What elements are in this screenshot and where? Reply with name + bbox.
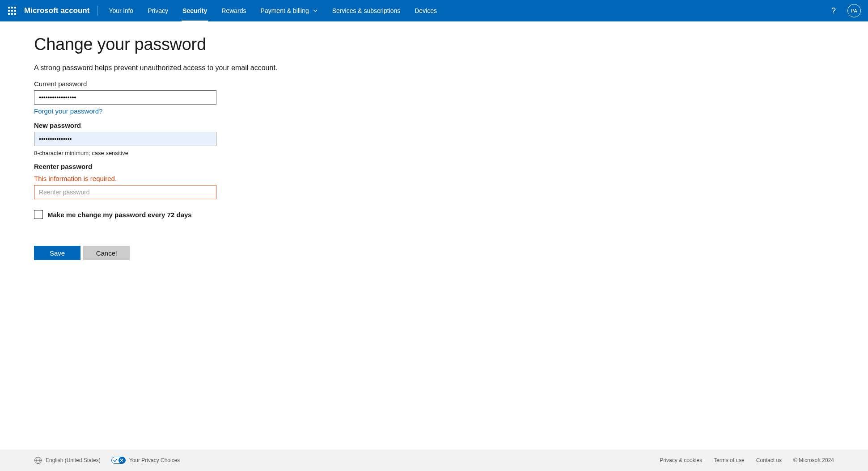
reenter-password-error: This information is required. — [34, 175, 626, 182]
button-row: Save Cancel — [34, 246, 626, 260]
forgot-password-link[interactable]: Forgot your password? — [34, 107, 102, 115]
page-subtitle: A strong password helps prevent unauthor… — [34, 64, 626, 72]
current-password-group: Current password Forgot your password? — [34, 80, 626, 115]
nav-label: Your info — [109, 7, 133, 14]
nav-label: Payment & billing — [261, 7, 309, 14]
nav-label: Security — [182, 7, 207, 14]
current-password-input[interactable] — [34, 90, 216, 105]
avatar[interactable]: PA — [847, 4, 861, 17]
new-password-group: New password 8-character minimum; case s… — [34, 122, 626, 156]
reenter-password-input[interactable] — [34, 185, 216, 199]
nav-label: Rewards — [221, 7, 246, 14]
reenter-password-group: Reenter password This information is req… — [34, 163, 626, 199]
main-content: Change your password A strong password h… — [0, 21, 626, 287]
new-password-hint: 8-character minimum; case sensitive — [34, 150, 626, 156]
nav-label: Devices — [415, 7, 437, 14]
current-password-label: Current password — [34, 80, 626, 88]
nav-services-subscriptions[interactable]: Services & subscriptions — [325, 0, 408, 21]
reenter-password-label: Reenter password — [34, 163, 626, 170]
nav-label: Privacy — [148, 7, 168, 14]
help-icon[interactable]: ? — [829, 4, 838, 18]
chevron-down-icon — [313, 8, 318, 13]
new-password-input[interactable] — [34, 132, 216, 146]
new-password-label: New password — [34, 122, 626, 129]
app-launcher-icon[interactable] — [5, 4, 19, 17]
nav-security[interactable]: Security — [175, 0, 214, 21]
change-72-days-row: Make me change my password every 72 days — [34, 210, 626, 219]
save-button[interactable]: Save — [34, 246, 80, 260]
change-72-days-checkbox[interactable] — [34, 210, 43, 219]
page-title: Change your password — [34, 35, 626, 54]
brand-link[interactable]: Microsoft account — [24, 6, 98, 16]
top-header: Microsoft account Your info Privacy Secu… — [0, 0, 868, 21]
nav-your-info[interactable]: Your info — [102, 0, 140, 21]
primary-nav: Your info Privacy Security Rewards Payme… — [102, 0, 444, 21]
cancel-button[interactable]: Cancel — [83, 246, 130, 260]
nav-payment-billing[interactable]: Payment & billing — [254, 0, 325, 21]
nav-devices[interactable]: Devices — [407, 0, 444, 21]
change-72-days-label[interactable]: Make me change my password every 72 days — [47, 211, 192, 219]
nav-label: Services & subscriptions — [332, 7, 401, 14]
nav-privacy[interactable]: Privacy — [140, 0, 175, 21]
nav-rewards[interactable]: Rewards — [214, 0, 253, 21]
